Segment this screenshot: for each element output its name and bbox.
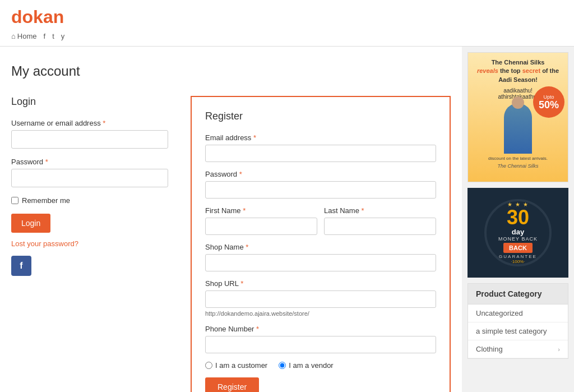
shopurl-input[interactable] <box>205 290 436 308</box>
logo-rest: okan <box>22 7 64 27</box>
youtube-nav-icon[interactable]: y <box>61 32 65 40</box>
lastname-input[interactable] <box>324 218 436 235</box>
ad-brand: The Chennai Silks <box>474 163 562 169</box>
firstname-col: First Name * <box>205 206 317 235</box>
badge-percent-text: ·100%· <box>511 259 525 264</box>
facebook-nav-icon[interactable]: f <box>44 32 46 40</box>
woman-head <box>512 96 524 109</box>
register-button[interactable]: Register <box>205 377 259 392</box>
shopname-required: * <box>246 243 248 251</box>
username-label: Username or email address * <box>11 119 168 127</box>
facebook-login-button[interactable]: f <box>11 256 31 276</box>
guarantee-content: ★ ★ ★ 30 day MONEY BACK BACK GUARANTEE ·… <box>484 199 552 266</box>
shopurl-label: Shop URL * <box>205 279 436 288</box>
badge-days: 30 <box>507 207 529 228</box>
ad-discount-text: discount on the latest arrivals. <box>474 156 562 161</box>
login-button[interactable]: Login <box>11 214 50 233</box>
password-required: * <box>45 158 48 166</box>
list-item[interactable]: a simple test category <box>468 322 568 340</box>
home-link[interactable]: Home <box>11 32 37 40</box>
password-group: Password * <box>11 158 168 187</box>
reg-password-group: Password * <box>205 170 436 199</box>
register-section: Register Email address * Password * <box>191 96 451 392</box>
lost-password-link[interactable]: Lost your password? <box>11 239 168 248</box>
product-category-title: Product Category <box>468 284 568 305</box>
two-column-layout: Login Username or email address * Passwo… <box>11 96 451 392</box>
badge-money-text: MONEY BACK <box>498 236 538 242</box>
ad-banner: The Chennai Silks reveals the top secret… <box>467 52 568 182</box>
logo-d: d <box>11 7 22 27</box>
ad-headline: The Chennai Silks reveals the top secret… <box>474 58 562 84</box>
product-category-widget: Product Category Uncategorized a simple … <box>467 283 568 359</box>
badge-circle: ★ ★ ★ 30 day MONEY BACK BACK GUARANTEE ·… <box>484 199 552 266</box>
email-input[interactable] <box>205 145 436 162</box>
role-selection: I am a customer I am a vendor <box>205 361 436 370</box>
logo[interactable]: dokan <box>11 7 563 27</box>
lastname-required: * <box>362 206 364 215</box>
product-category-list: Uncategorized a simple test category Clo… <box>468 305 568 358</box>
shopname-group: Shop Name * <box>205 243 436 271</box>
firstname-required: * <box>243 206 246 215</box>
home-icon <box>11 32 17 40</box>
remember-label[interactable]: Remember me <box>11 196 168 205</box>
chevron-right-icon: › <box>558 346 560 353</box>
username-required: * <box>103 119 105 127</box>
badge-guarantee-text: GUARANTEE <box>499 254 537 259</box>
username-group: Username or email address * <box>11 119 168 149</box>
email-group: Email address * <box>205 133 436 162</box>
badge-back-text: BACK <box>503 243 533 253</box>
vendor-option[interactable]: I am a vendor <box>279 361 334 370</box>
shopurl-hint: http://dokandemo.ajaira.website/store/ <box>205 310 436 317</box>
customer-option[interactable]: I am a customer <box>205 361 267 370</box>
lastname-col: Last Name * <box>324 206 436 235</box>
shopurl-group: Shop URL * http://dokandemo.ajaira.websi… <box>205 279 436 317</box>
name-group: First Name * Last Name * <box>205 206 436 235</box>
shopname-label: Shop Name * <box>205 243 436 251</box>
list-item[interactable]: Uncategorized <box>468 305 568 322</box>
customer-radio[interactable] <box>205 362 212 369</box>
guarantee-badge: ★ ★ ★ 30 day MONEY BACK BACK GUARANTEE ·… <box>467 188 568 278</box>
navigation: Home f t y <box>11 32 563 46</box>
home-label: Home <box>17 32 37 40</box>
sidebar: The Chennai Silks reveals the top secret… <box>462 47 574 392</box>
twitter-nav-icon[interactable]: t <box>52 32 54 40</box>
email-label: Email address * <box>205 133 436 142</box>
vendor-radio[interactable] <box>279 362 286 369</box>
shopurl-required: * <box>240 279 243 288</box>
woman-silhouette <box>504 103 532 154</box>
phone-input[interactable] <box>205 336 436 353</box>
page-title: My account <box>11 63 451 79</box>
firstname-input[interactable] <box>205 218 317 235</box>
password-input[interactable] <box>11 169 168 187</box>
header: dokan Home f t y <box>0 0 574 47</box>
reg-password-input[interactable] <box>205 181 436 199</box>
remember-group: Remember me <box>11 196 168 205</box>
password-label: Password * <box>11 158 168 166</box>
reg-password-required: * <box>239 170 242 178</box>
main-content: My account Login Username or email addre… <box>0 47 462 392</box>
email-required: * <box>253 133 256 142</box>
shopname-input[interactable] <box>205 254 436 271</box>
reg-password-label: Password * <box>205 170 436 178</box>
phone-required: * <box>256 325 259 333</box>
phone-group: Phone Number * <box>205 325 436 353</box>
firstname-label: First Name * <box>205 206 317 215</box>
name-row: First Name * Last Name * <box>205 206 436 235</box>
remember-checkbox[interactable] <box>11 197 18 204</box>
register-title: Register <box>205 110 436 122</box>
login-section: Login Username or email address * Passwo… <box>11 96 168 276</box>
page-content: My account Login Username or email addre… <box>0 47 574 392</box>
list-item[interactable]: Clothing › <box>468 340 568 358</box>
badge-day-text: day <box>512 228 524 236</box>
username-input[interactable] <box>11 130 168 149</box>
phone-label: Phone Number * <box>205 325 436 333</box>
upto-badge: Upto 50% <box>533 86 564 118</box>
lastname-label: Last Name * <box>324 206 436 215</box>
login-title: Login <box>11 96 168 108</box>
badge-starburst: ★ ★ ★ 30 day MONEY BACK BACK GUARANTEE ·… <box>484 199 552 266</box>
